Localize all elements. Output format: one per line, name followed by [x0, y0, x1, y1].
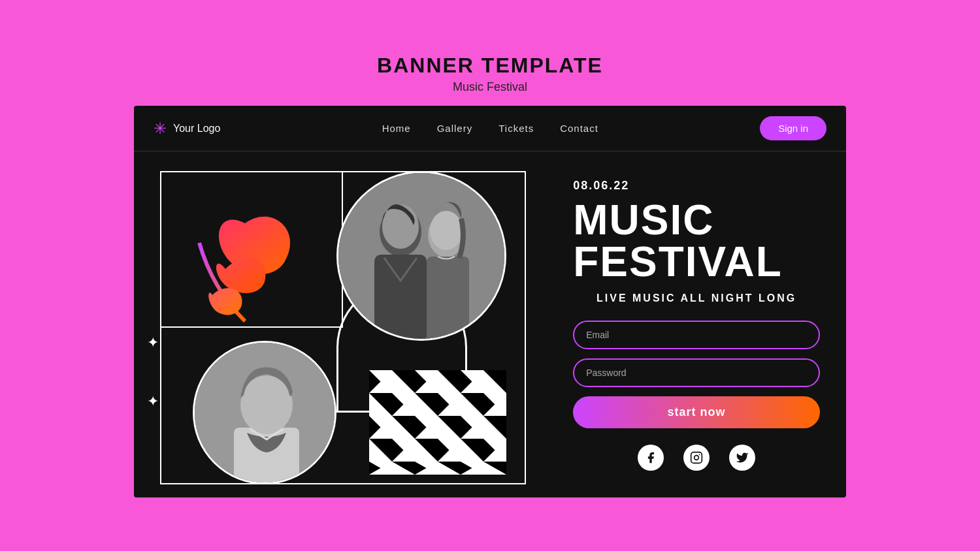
banner: ✳ Your Logo Home Gallery Tickets Contact…	[134, 106, 846, 497]
nav-item-gallery[interactable]: Gallery	[437, 123, 473, 134]
star-top-icon: ✦	[147, 334, 159, 351]
twitter-button[interactable]	[729, 445, 755, 471]
email-input[interactable]	[573, 321, 820, 349]
page-wrapper: BANNER TEMPLATE Music Festival ✳ Your Lo…	[134, 54, 846, 497]
page-header: BANNER TEMPLATE Music Festival	[134, 54, 846, 94]
facebook-icon	[644, 451, 657, 464]
man-photo-circle	[193, 341, 336, 484]
nav-links: Home Gallery Tickets Contact	[382, 123, 598, 134]
svg-point-74	[699, 454, 700, 455]
signin-button[interactable]: Sign in	[760, 116, 826, 140]
password-form-group	[573, 358, 820, 387]
checker-pattern	[369, 370, 506, 475]
main-content: ✦ ✦	[134, 151, 846, 497]
logo-area: ✳ Your Logo	[154, 119, 220, 138]
event-tagline: LIVE MUSIC ALL NIGHT LONG	[573, 292, 820, 304]
nav-item-contact[interactable]: Contact	[560, 123, 598, 134]
instagram-icon	[690, 451, 703, 464]
password-input[interactable]	[573, 358, 820, 387]
logo-text: Your Logo	[173, 123, 220, 134]
instagram-button[interactable]	[683, 445, 710, 471]
leaf-decoration	[180, 191, 310, 334]
event-title: MUSIC FESTIVAL	[573, 199, 820, 283]
page-title: BANNER TEMPLATE	[134, 54, 846, 78]
left-visual-area: ✦ ✦	[134, 151, 547, 497]
social-icons-group	[573, 445, 820, 471]
navbar: ✳ Your Logo Home Gallery Tickets Contact…	[134, 106, 846, 151]
svg-point-73	[694, 455, 699, 460]
start-now-button[interactable]: Start now	[573, 396, 820, 428]
star-bottom-icon: ✦	[147, 393, 159, 410]
svg-rect-5	[427, 257, 469, 341]
twitter-icon	[736, 451, 749, 464]
page-subtitle: Music Festival	[134, 80, 846, 94]
couple-photo-circle	[336, 171, 506, 341]
svg-rect-72	[691, 452, 702, 463]
email-form-group	[573, 321, 820, 349]
svg-rect-2	[374, 255, 427, 341]
logo-star-icon: ✳	[154, 119, 167, 138]
svg-point-3	[382, 204, 419, 249]
nav-item-tickets[interactable]: Tickets	[498, 123, 534, 134]
man-figure	[195, 343, 335, 482]
nav-item-home[interactable]: Home	[382, 123, 411, 134]
right-info-area: 08.06.22 MUSIC FESTIVAL LIVE MUSIC ALL N…	[547, 151, 846, 497]
svg-point-6	[430, 211, 463, 250]
couple-figure	[338, 173, 504, 339]
event-date: 08.06.22	[573, 179, 820, 193]
facebook-button[interactable]	[638, 445, 664, 471]
svg-rect-8	[234, 428, 299, 484]
